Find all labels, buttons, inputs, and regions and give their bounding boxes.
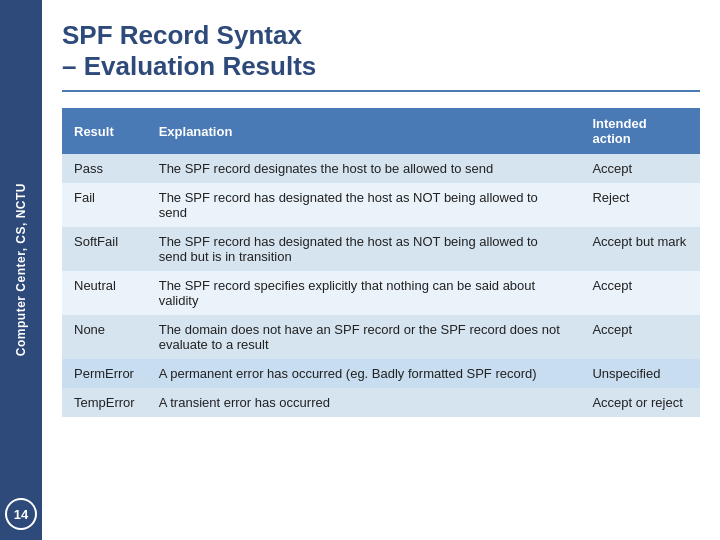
page-number-badge: 14 bbox=[5, 498, 37, 530]
cell-action: Unspecified bbox=[580, 359, 700, 388]
cell-result: Pass bbox=[62, 154, 147, 183]
sidebar: Computer Center, CS, NCTU 14 bbox=[0, 0, 42, 540]
sidebar-label: Computer Center, CS, NCTU bbox=[14, 183, 28, 356]
cell-explanation: A transient error has occurred bbox=[147, 388, 581, 417]
table-row: PermErrorA permanent error has occurred … bbox=[62, 359, 700, 388]
table-header-row: Result Explanation Intended action bbox=[62, 108, 700, 154]
cell-result: SoftFail bbox=[62, 227, 147, 271]
page-title: SPF Record Syntax – Evaluation Results bbox=[62, 20, 700, 92]
table-row: NeutralThe SPF record specifies explicit… bbox=[62, 271, 700, 315]
cell-action: Accept bbox=[580, 154, 700, 183]
cell-action: Accept or reject bbox=[580, 388, 700, 417]
col-action: Intended action bbox=[580, 108, 700, 154]
table-row: TempErrorA transient error has occurredA… bbox=[62, 388, 700, 417]
cell-result: TempError bbox=[62, 388, 147, 417]
cell-action: Accept bbox=[580, 315, 700, 359]
table-row: SoftFailThe SPF record has designated th… bbox=[62, 227, 700, 271]
title-line2: – Evaluation Results bbox=[62, 51, 316, 81]
cell-result: Fail bbox=[62, 183, 147, 227]
col-result: Result bbox=[62, 108, 147, 154]
cell-explanation: The SPF record has designated the host a… bbox=[147, 227, 581, 271]
cell-explanation: The SPF record specifies explicitly that… bbox=[147, 271, 581, 315]
cell-result: PermError bbox=[62, 359, 147, 388]
cell-explanation: The SPF record has designated the host a… bbox=[147, 183, 581, 227]
cell-action: Accept but mark bbox=[580, 227, 700, 271]
table-row: PassThe SPF record designates the host t… bbox=[62, 154, 700, 183]
cell-explanation: A permanent error has occurred (eg. Badl… bbox=[147, 359, 581, 388]
title-line1: SPF Record Syntax bbox=[62, 20, 302, 50]
cell-action: Accept bbox=[580, 271, 700, 315]
table-row: FailThe SPF record has designated the ho… bbox=[62, 183, 700, 227]
main-content: SPF Record Syntax – Evaluation Results R… bbox=[42, 0, 720, 540]
col-explanation: Explanation bbox=[147, 108, 581, 154]
cell-result: Neutral bbox=[62, 271, 147, 315]
results-table: Result Explanation Intended action PassT… bbox=[62, 108, 700, 417]
cell-result: None bbox=[62, 315, 147, 359]
cell-explanation: The SPF record designates the host to be… bbox=[147, 154, 581, 183]
table-row: NoneThe domain does not have an SPF reco… bbox=[62, 315, 700, 359]
cell-explanation: The domain does not have an SPF record o… bbox=[147, 315, 581, 359]
cell-action: Reject bbox=[580, 183, 700, 227]
